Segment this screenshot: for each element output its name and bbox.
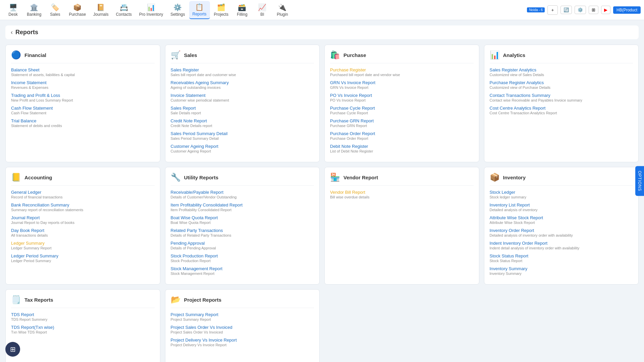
user-label[interactable]: HB(Product — [613, 6, 641, 14]
pro-inventory-icon: 📊 — [147, 3, 155, 11]
bottom-app-icon[interactable]: ⊞ — [5, 342, 20, 357]
report-link-accounting-5[interactable]: Ledger Period Summary — [11, 253, 155, 258]
nav-contacts[interactable]: 📇 Contacts — [112, 1, 135, 19]
report-link-analytics-0[interactable]: Sales Register Analytics — [490, 67, 633, 72]
report-item: Sales RegisterSales bill report date and… — [171, 67, 314, 77]
add-button[interactable]: ＋ — [547, 5, 558, 15]
report-link-analytics-1[interactable]: Purchase Register Analytics — [490, 80, 633, 85]
report-link-sales-2[interactable]: Invoice Statement — [171, 93, 314, 98]
nav-banking[interactable]: 🏛️ Banking — [23, 1, 45, 19]
nav-sales[interactable]: 🏷️ Sales — [45, 1, 65, 19]
report-link-utility-reports-0[interactable]: Receivable/Payable Report — [171, 190, 314, 195]
report-link-project-reports-1[interactable]: Project Sales Order Vs Invoiced — [171, 325, 314, 330]
report-link-inventory-0[interactable]: Stock Ledger — [490, 190, 633, 195]
report-link-sales-5[interactable]: Sales Period Summary Detail — [171, 131, 314, 136]
report-item: Purchase RegisterPurchased bill report d… — [330, 67, 474, 77]
card-tax-reports: 🗒️Tax ReportsTDS ReportTDS Report Summer… — [5, 289, 160, 362]
report-link-purchase-3[interactable]: Purchase Cycle Report — [330, 106, 474, 111]
nav-desk[interactable]: 🖥️ Desk — [3, 1, 23, 19]
report-link-utility-reports-4[interactable]: Pending Approval — [171, 241, 314, 246]
report-link-financial-1[interactable]: Income Statement — [11, 80, 155, 85]
report-desc-utility-reports-0: Details of Customer/Vendor Outstanding — [171, 195, 314, 199]
report-desc-utility-reports-6: Stock Management Report — [171, 272, 314, 276]
report-link-inventory-1[interactable]: Inventory List Report — [490, 202, 633, 207]
report-link-vendor-report-0[interactable]: Vendor Bill Report — [330, 190, 474, 195]
report-item: Trial BalanceStatement of debits and cre… — [11, 118, 155, 128]
report-link-financial-4[interactable]: Trial Balance — [11, 118, 155, 123]
report-desc-sales-2: Customer wise periodical statement — [171, 98, 314, 102]
report-link-financial-3[interactable]: Cash Flow Statement — [11, 106, 155, 111]
card-header-sales: 🛒Sales — [171, 50, 314, 63]
refresh-button[interactable]: 🔄 — [560, 6, 572, 14]
nav-plugin[interactable]: 🔌 Plugin — [273, 1, 292, 19]
report-link-sales-4[interactable]: Credit Note Report — [171, 118, 314, 123]
report-desc-tax-reports-1: Txn Wise TDS Report — [11, 330, 155, 334]
card-header-analytics: 📊Analytics — [490, 50, 633, 63]
gear-button[interactable]: ⚙️ — [575, 6, 586, 14]
nav-purchase[interactable]: 📦 Purchase — [65, 1, 89, 19]
report-link-project-reports-0[interactable]: Project Summary Report — [171, 312, 314, 317]
report-link-accounting-0[interactable]: General Ledger — [11, 190, 155, 195]
report-desc-project-reports-2: Project Delivery Vs Invoice Report — [171, 343, 314, 347]
report-link-utility-reports-6[interactable]: Stock Management Report — [171, 266, 314, 271]
nav-journals[interactable]: 📔 Journals — [90, 1, 112, 19]
report-desc-inventory-0: Stock ledger summary — [490, 195, 633, 199]
report-link-purchase-6[interactable]: Debit Note Register — [330, 144, 474, 149]
report-link-utility-reports-3[interactable]: Related Party Transactions — [171, 228, 314, 233]
youtube-button[interactable]: ▶ — [601, 6, 610, 14]
report-desc-inventory-5: Stock Status Report — [490, 259, 633, 263]
utility-reports-icon: 🔧 — [171, 173, 181, 182]
report-link-purchase-5[interactable]: Purchase Order Report — [330, 131, 474, 136]
report-link-purchase-0[interactable]: Purchase Register — [330, 67, 474, 72]
grid-button[interactable]: ⊞ — [589, 6, 598, 14]
report-link-financial-0[interactable]: Balance Sheet — [11, 67, 155, 72]
nav-filling[interactable]: 🗃️ Filling — [232, 1, 252, 19]
journals-icon: 📔 — [97, 3, 105, 11]
report-link-tax-reports-1[interactable]: TDS Report(Txn wise) — [11, 325, 155, 330]
report-item: Customer Ageing ReportCustomer Ageing Re… — [171, 144, 314, 153]
report-link-sales-3[interactable]: Sales Report — [171, 106, 314, 111]
report-link-purchase-4[interactable]: Purchase GRN Report — [330, 118, 474, 123]
report-link-financial-2[interactable]: Trading and Profit & Loss — [11, 93, 155, 98]
report-desc-accounting-2: Journal Report to Day reports of books — [11, 221, 155, 225]
report-link-sales-1[interactable]: Receivables Ageing Summary — [171, 80, 314, 85]
report-desc-purchase-2: PO Vs Invoice Report — [330, 98, 474, 102]
report-desc-tax-reports-0: TDS Report Summery — [11, 317, 155, 321]
report-link-sales-0[interactable]: Sales Register — [171, 67, 314, 72]
report-link-utility-reports-5[interactable]: Stock Production Report — [171, 253, 314, 258]
report-link-purchase-1[interactable]: GRN Vs Invoice Report — [330, 80, 474, 85]
report-link-accounting-4[interactable]: Ledger Summary — [11, 241, 155, 246]
nav-pro-inventory[interactable]: 📊 Pro Inventory — [136, 1, 166, 19]
options-sidebar[interactable]: OPTIONS — [635, 166, 644, 196]
nav-projects[interactable]: 🗂️ Projects — [211, 1, 232, 19]
report-link-utility-reports-1[interactable]: Item Profitability Consolidated Report — [171, 202, 314, 207]
report-link-purchase-2[interactable]: PO Vs Invoice Report — [330, 93, 474, 98]
report-link-analytics-3[interactable]: Cost Centre Analytics Report — [490, 106, 633, 111]
report-link-inventory-5[interactable]: Stock Status Report — [490, 253, 633, 258]
report-link-sales-6[interactable]: Customer Ageing Report — [171, 144, 314, 149]
report-link-project-reports-2[interactable]: Project Delivery Vs Invoice Report — [171, 338, 314, 343]
nav-settings[interactable]: ⚙️ Settings — [167, 1, 188, 19]
report-desc-inventory-6: Inventory Summary — [490, 272, 633, 276]
back-button[interactable]: ‹ — [11, 29, 13, 36]
nav-bi[interactable]: 📈 BI — [253, 1, 272, 19]
report-link-accounting-1[interactable]: Bank Reconciliation Summary — [11, 202, 155, 207]
report-link-inventory-4[interactable]: Indent Inventory Order Report — [490, 241, 633, 246]
report-link-analytics-2[interactable]: Contact Transactions Summary — [490, 93, 633, 98]
report-item: Project Summary ReportProject Summary Re… — [171, 312, 314, 321]
report-link-utility-reports-2[interactable]: Boat Wise Quota Report — [171, 215, 314, 220]
nav-reports[interactable]: 📋 Reports — [189, 1, 210, 19]
report-link-inventory-6[interactable]: Inventory Summary — [490, 266, 633, 271]
accounting-icon: 📒 — [11, 173, 21, 182]
report-link-inventory-2[interactable]: Attribute Wise Stock Report — [490, 215, 633, 220]
report-item: TDS Report(Txn wise)Txn Wise TDS Report — [11, 325, 155, 334]
filling-icon: 🗃️ — [238, 3, 246, 11]
report-link-inventory-3[interactable]: Inventory Order Report — [490, 228, 633, 233]
report-link-tax-reports-0[interactable]: TDS Report — [11, 312, 155, 317]
report-link-accounting-2[interactable]: Journal Report — [11, 215, 155, 220]
report-link-accounting-3[interactable]: Day Book Report — [11, 228, 155, 233]
bi-icon: 📈 — [258, 3, 266, 11]
card-title-purchase: Purchase — [343, 52, 366, 58]
nav-reports-label: Reports — [193, 12, 207, 16]
nav-desk-label: Desk — [8, 12, 17, 17]
